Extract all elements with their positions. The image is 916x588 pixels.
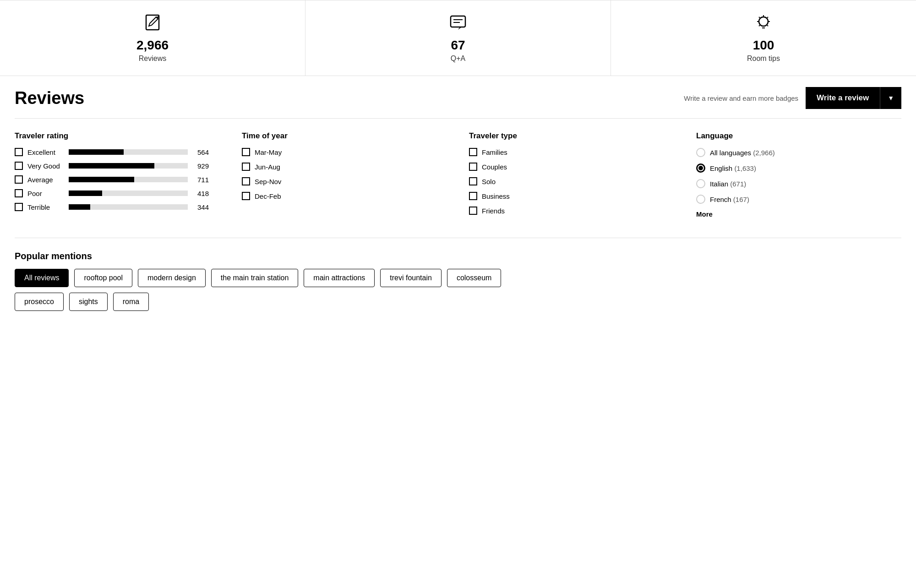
- mention-tag[interactable]: modern design: [138, 269, 206, 287]
- language-radio[interactable]: [696, 179, 705, 188]
- rating-count: 344: [192, 203, 209, 211]
- rating-checkbox[interactable]: [15, 189, 23, 197]
- language-title: Language: [696, 131, 901, 141]
- svg-line-8: [759, 17, 760, 18]
- rating-bar: [69, 177, 188, 182]
- traveler-label: Couples: [482, 163, 507, 171]
- traveler-item[interactable]: Couples: [469, 163, 674, 171]
- time-item[interactable]: Sep-Nov: [242, 177, 447, 185]
- language-group: Language All languages (2,966) English (…: [696, 131, 901, 221]
- language-radio[interactable]: [696, 148, 705, 157]
- mention-tag[interactable]: sights: [69, 293, 108, 311]
- traveler-item[interactable]: Solo: [469, 177, 674, 185]
- rating-count: 418: [192, 190, 209, 197]
- rating-label: Excellent: [27, 148, 64, 156]
- rating-item[interactable]: Terrible 344: [15, 203, 220, 211]
- qa-icon: [449, 13, 467, 34]
- traveler-item[interactable]: Friends: [469, 207, 674, 215]
- popular-mentions-section: Popular mentions All reviewsrooftop pool…: [15, 251, 901, 311]
- time-item[interactable]: Dec-Feb: [242, 192, 447, 200]
- language-item[interactable]: English (1,633): [696, 163, 901, 173]
- rating-count: 929: [192, 162, 209, 170]
- svg-line-9: [767, 25, 768, 26]
- roomtips-number: 100: [753, 38, 774, 53]
- language-item[interactable]: Italian (671): [696, 179, 901, 188]
- language-radio[interactable]: [696, 163, 705, 173]
- traveler-label: Solo: [482, 178, 496, 185]
- reviews-header-right: Write a review and earn more badges Writ…: [684, 87, 901, 109]
- rating-item[interactable]: Excellent 564: [15, 148, 220, 156]
- mention-tag[interactable]: All reviews: [15, 269, 69, 287]
- traveler-label: Business: [482, 192, 510, 200]
- reviews-label: Reviews: [139, 54, 166, 63]
- mention-tag[interactable]: trevi fountain: [380, 269, 442, 287]
- traveler-checkbox[interactable]: [469, 177, 477, 185]
- mention-tag[interactable]: prosecco: [15, 293, 64, 311]
- rating-item[interactable]: Poor 418: [15, 189, 220, 197]
- write-review-button[interactable]: Write a review: [806, 87, 880, 109]
- qa-number: 67: [451, 38, 465, 53]
- time-label: Mar-May: [255, 148, 282, 156]
- write-review-dropdown-button[interactable]: ▼: [880, 87, 901, 109]
- language-label: English (1,633): [710, 164, 756, 172]
- time-of-year-group: Time of year Mar-May Jun-Aug Sep-Nov Dec…: [242, 131, 447, 221]
- rating-checkbox[interactable]: [15, 203, 23, 211]
- reviews-number: 2,966: [136, 38, 169, 53]
- mention-tag[interactable]: rooftop pool: [74, 269, 132, 287]
- language-item[interactable]: All languages (2,966): [696, 148, 901, 157]
- time-items: Mar-May Jun-Aug Sep-Nov Dec-Feb: [242, 148, 447, 200]
- rating-bar: [69, 191, 188, 196]
- language-radio[interactable]: [696, 195, 705, 204]
- time-checkbox[interactable]: [242, 192, 250, 200]
- time-checkbox[interactable]: [242, 163, 250, 171]
- divider-2: [15, 238, 901, 238]
- traveler-checkbox[interactable]: [469, 148, 477, 156]
- mention-tag[interactable]: roma: [113, 293, 149, 311]
- traveler-item[interactable]: Business: [469, 192, 674, 200]
- roomtips-label: Room tips: [747, 54, 780, 63]
- traveler-checkbox[interactable]: [469, 163, 477, 171]
- language-label: All languages (2,966): [710, 149, 775, 157]
- stat-item-qa[interactable]: 67 Q+A: [305, 0, 611, 76]
- rating-label: Terrible: [27, 203, 64, 211]
- language-label: Italian (671): [710, 180, 746, 188]
- rating-bar-fill: [69, 204, 90, 210]
- rating-label: Poor: [27, 190, 64, 197]
- traveler-rating-group: Traveler rating Excellent 564 Very Good …: [15, 131, 220, 221]
- rating-label: Very Good: [27, 162, 64, 170]
- rating-bar-fill: [69, 177, 134, 182]
- svg-rect-1: [451, 16, 465, 27]
- stat-item-roomtips[interactable]: 100 Room tips: [611, 0, 916, 76]
- language-more-link[interactable]: More: [696, 210, 901, 218]
- stat-item-reviews[interactable]: 2,966 Reviews: [0, 0, 305, 76]
- rating-bar: [69, 149, 188, 155]
- traveler-checkbox[interactable]: [469, 192, 477, 200]
- time-item[interactable]: Jun-Aug: [242, 163, 447, 171]
- mention-tag[interactable]: main attractions: [304, 269, 375, 287]
- rating-item[interactable]: Average 711: [15, 175, 220, 184]
- language-label: French (167): [710, 196, 749, 203]
- rating-checkbox[interactable]: [15, 175, 23, 184]
- rating-item[interactable]: Very Good 929: [15, 162, 220, 170]
- mention-tag[interactable]: the main train station: [211, 269, 299, 287]
- time-checkbox[interactable]: [242, 148, 250, 156]
- time-label: Dec-Feb: [255, 192, 281, 200]
- language-item[interactable]: French (167): [696, 195, 901, 204]
- traveler-rating-title: Traveler rating: [15, 131, 220, 141]
- traveler-label: Families: [482, 148, 507, 156]
- rating-items: Excellent 564 Very Good 929 Average 711 …: [15, 148, 220, 211]
- traveler-item[interactable]: Families: [469, 148, 674, 156]
- time-label: Sep-Nov: [255, 178, 281, 185]
- rating-checkbox[interactable]: [15, 162, 23, 170]
- rating-bar-fill: [69, 163, 154, 169]
- rating-checkbox[interactable]: [15, 148, 23, 156]
- svg-point-4: [759, 17, 768, 26]
- time-checkbox[interactable]: [242, 177, 250, 185]
- qa-label: Q+A: [451, 54, 465, 63]
- reviews-title: Reviews: [15, 88, 84, 108]
- time-item[interactable]: Mar-May: [242, 148, 447, 156]
- traveler-checkbox[interactable]: [469, 207, 477, 215]
- filters-row: Traveler rating Excellent 564 Very Good …: [15, 131, 901, 221]
- mention-tag[interactable]: colosseum: [447, 269, 501, 287]
- write-review-hint: Write a review and earn more badges: [684, 94, 798, 102]
